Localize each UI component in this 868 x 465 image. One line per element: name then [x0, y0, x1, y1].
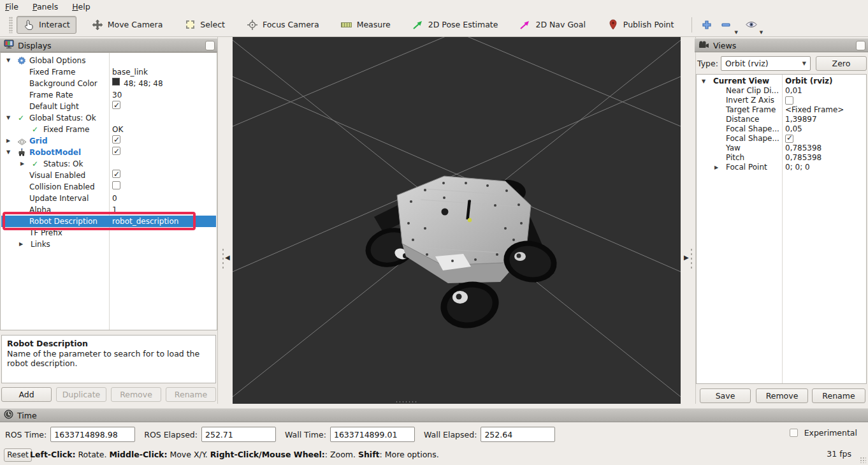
right-splitter[interactable]: ▶ [681, 37, 696, 404]
grid-enabled-checkbox[interactable] [112, 135, 120, 144]
toolbar-drag-handle[interactable] [9, 17, 13, 33]
expander-icon[interactable]: ▶ [6, 135, 10, 147]
displays-float-button[interactable] [205, 41, 215, 50]
row-value[interactable]: 0,01 [785, 86, 802, 96]
tree-row-robotmodel[interactable]: ▼ RobotModel [1, 147, 216, 158]
tree-row-default-light[interactable]: Default Light [1, 101, 216, 112]
tree-row-pitch[interactable]: Pitch 0,785398 [697, 153, 865, 163]
ros-elapsed-input[interactable] [201, 427, 276, 442]
menu-help[interactable]: Help [72, 2, 90, 11]
tree-row-alpha[interactable]: Alpha 1 [1, 204, 216, 216]
tree-row-background-color[interactable]: Background Color 48; 48; 48 [1, 78, 216, 89]
row-value[interactable]: 0,785398 [785, 153, 821, 163]
splitter-handle[interactable] [222, 247, 224, 269]
tree-row-global-status[interactable]: ▼ ✓ Global Status: Ok [1, 112, 216, 124]
row-value[interactable]: 0,785398 [785, 144, 821, 153]
tree-row-current-view[interactable]: ▼ Current View Orbit (rviz) [697, 77, 865, 86]
select-tool-button[interactable]: Select [178, 16, 231, 34]
row-value[interactable]: 0 [112, 193, 117, 204]
color-swatch[interactable] [112, 78, 120, 85]
tree-row-collision-enabled[interactable]: Collision Enabled [1, 181, 216, 193]
tool-visibility-button[interactable] [744, 18, 758, 32]
tree-row-focal-shape-size[interactable]: Focal Shape... 0,05 [697, 124, 865, 134]
tree-row-target-frame[interactable]: Target Frame <Fixed Frame> [697, 105, 865, 115]
tree-row-yaw[interactable]: Yaw 0,785398 [697, 144, 865, 153]
row-value[interactable]: 1 [112, 204, 117, 216]
menu-file[interactable]: File [5, 2, 18, 11]
tree-row-frame-rate[interactable]: Frame Rate 30 [1, 89, 216, 101]
expander-icon[interactable]: ▶ [20, 158, 24, 170]
remove-tool-button[interactable] [719, 18, 733, 32]
collapse-right-arrow[interactable]: ▶ [684, 254, 689, 261]
focal-shape-checkbox[interactable] [785, 135, 793, 143]
publish-point-tool-button[interactable]: Publish Point [601, 16, 681, 34]
expander-icon[interactable]: ▶ [19, 239, 23, 250]
row-value[interactable]: 48; 48; 48 [124, 78, 163, 89]
left-splitter[interactable]: ◀ [217, 37, 233, 404]
nav-goal-tool-button[interactable]: 2D Nav Goal [513, 16, 591, 34]
row-value[interactable]: 0,05 [785, 124, 802, 134]
interact-tool-button[interactable]: Interact [17, 16, 76, 34]
row-value[interactable]: 0; 0; 0 [785, 163, 810, 172]
add-display-button[interactable]: Add [1, 387, 52, 402]
views-panel-header[interactable]: Views [695, 38, 868, 52]
3d-viewport[interactable] [233, 37, 681, 404]
rename-display-button[interactable]: Rename [166, 387, 216, 402]
remove-view-button[interactable]: Remove [756, 388, 808, 403]
save-view-button[interactable]: Save [700, 388, 751, 403]
tree-row-tf-prefix[interactable]: TF Prefix [1, 227, 216, 239]
time-panel-header[interactable]: Time [0, 408, 868, 422]
tree-row-focal-point[interactable]: ▶ Focal Point 0; 0; 0 [697, 163, 865, 172]
tree-row-links[interactable]: ▶ Links [1, 239, 216, 250]
add-tool-button[interactable] [700, 18, 714, 32]
menu-panels[interactable]: Panels [33, 2, 58, 11]
tree-row-robot-description[interactable]: Robot Description robot_description [1, 216, 216, 227]
ros-time-input[interactable] [50, 427, 135, 442]
pose-estimate-tool-button[interactable]: 2D Pose Estimate [406, 16, 505, 34]
tree-row-robot-status[interactable]: ▶ ✓ Status: Ok [1, 158, 216, 170]
view-type-dropdown[interactable]: Orbit (rviz) ▼ [721, 56, 811, 71]
zero-view-button[interactable]: Zero [816, 56, 867, 71]
expander-icon[interactable]: ▶ [714, 163, 718, 172]
collapse-left-arrow[interactable]: ◀ [225, 254, 230, 261]
default-light-checkbox[interactable] [112, 101, 120, 109]
focus-camera-tool-button[interactable]: Focus Camera [240, 16, 326, 34]
views-float-button[interactable] [856, 41, 865, 50]
tree-row-fixed-frame-status[interactable]: ✓ Fixed Frame OK [1, 124, 216, 135]
tree-row-focal-shape-fixed[interactable]: Focal Shape... [697, 134, 865, 144]
rename-view-button[interactable]: Rename [812, 388, 865, 403]
displays-panel-header[interactable]: Displays [0, 38, 217, 52]
expander-icon[interactable]: ▼ [6, 55, 10, 66]
tree-row-near-clip[interactable]: Near Clip Di... 0,01 [697, 86, 865, 96]
tree-row-update-interval[interactable]: Update Interval 0 [1, 193, 216, 204]
tree-row-grid[interactable]: ▶ Grid [1, 135, 216, 147]
window-resize-grip[interactable] [860, 457, 866, 463]
row-value[interactable]: base_link [112, 66, 148, 78]
remove-tool-caret[interactable]: ▼ [734, 30, 737, 35]
expander-icon[interactable]: ▼ [6, 112, 10, 124]
viewport-bottom-handle[interactable] [395, 401, 417, 403]
visual-enabled-checkbox[interactable] [112, 170, 120, 178]
expander-icon[interactable]: ▼ [702, 77, 705, 86]
reset-button[interactable]: Reset [4, 448, 32, 462]
tool-visibility-caret[interactable]: ▼ [760, 30, 763, 35]
expander-icon[interactable]: ▼ [6, 147, 10, 158]
invert-z-checkbox[interactable] [785, 96, 793, 105]
robotmodel-enabled-checkbox[interactable] [112, 147, 120, 155]
duplicate-display-button[interactable]: Duplicate [56, 387, 106, 402]
row-value[interactable]: 1,39897 [785, 115, 817, 124]
splitter-handle[interactable] [690, 247, 693, 269]
tree-row-distance[interactable]: Distance 1,39897 [697, 115, 865, 124]
tree-row-global-options[interactable]: ▼ Global Options [1, 55, 216, 66]
wall-elapsed-input[interactable] [481, 427, 555, 442]
row-value[interactable]: <Fixed Frame> [785, 105, 844, 115]
collision-enabled-checkbox[interactable] [112, 181, 120, 189]
tree-row-visual-enabled[interactable]: Visual Enabled [1, 170, 216, 181]
tree-row-fixed-frame[interactable]: Fixed Frame base_link [1, 66, 216, 78]
remove-display-button[interactable]: Remove [111, 387, 161, 402]
experimental-checkbox[interactable] [790, 429, 798, 437]
measure-tool-button[interactable]: Measure [335, 16, 397, 34]
wall-time-input[interactable] [330, 427, 415, 442]
tree-row-invert-z[interactable]: Invert Z Axis [697, 96, 865, 105]
row-value[interactable]: robot_description [112, 216, 178, 227]
